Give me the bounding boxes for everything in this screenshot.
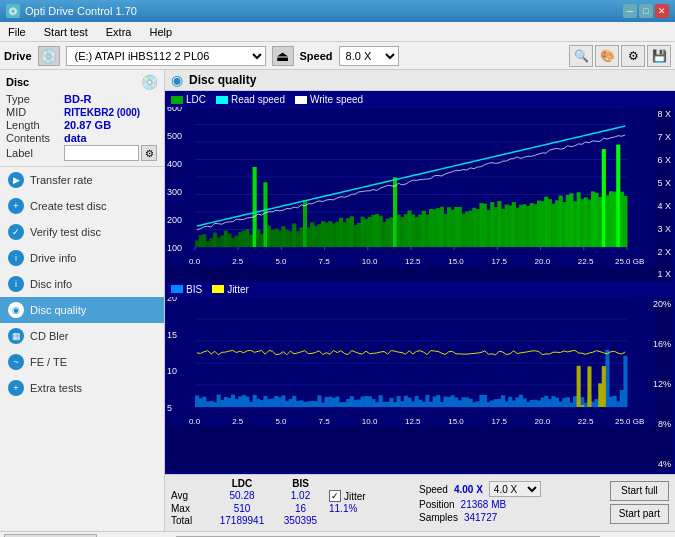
jitter-checkbox[interactable]: ✓ bbox=[329, 490, 341, 502]
legend-bottom: BIS Jitter bbox=[167, 283, 673, 296]
nav-disc-info[interactable]: i Disc info bbox=[0, 271, 164, 297]
main-layout: Disc 💿 Type BD-R MID RITEKBR2 (000) Leng… bbox=[0, 70, 675, 531]
nav-menu: ▶ Transfer rate + Create test disc ✓ Ver… bbox=[0, 167, 164, 401]
avg-ldc: 50.28 bbox=[212, 490, 272, 502]
samples-label: Samples bbox=[419, 512, 458, 523]
quality-header: ◉ Disc quality bbox=[165, 70, 675, 91]
max-ldc: 510 bbox=[212, 503, 272, 514]
start-full-button[interactable]: Start full bbox=[610, 481, 669, 501]
mid-label: MID bbox=[6, 106, 64, 118]
menu-help[interactable]: Help bbox=[145, 25, 176, 39]
chart-ldc: 8 X 7 X 6 X 5 X 4 X 3 X 2 X 1 X bbox=[167, 107, 673, 282]
ldc-header: LDC bbox=[212, 478, 272, 489]
position-label: Position bbox=[419, 499, 455, 510]
jitter-label: Jitter bbox=[344, 491, 366, 502]
create-test-disc-icon: + bbox=[8, 198, 24, 214]
statusbar: Status window >> Test completed 100.0% 2… bbox=[0, 531, 675, 537]
stats-table: LDC BIS Avg 50.28 1.02 ✓ Jitter Max 510 … bbox=[171, 478, 399, 526]
drive-info-icon: i bbox=[8, 250, 24, 266]
position-value: 21368 MB bbox=[461, 499, 507, 510]
quality-icon: ◉ bbox=[171, 72, 183, 88]
length-label: Length bbox=[6, 119, 64, 131]
max-jitter: 11.1% bbox=[329, 503, 399, 514]
chart2-right-axis: 20% 16% 12% 8% 4% bbox=[645, 297, 673, 472]
maximize-button[interactable]: □ bbox=[639, 4, 653, 18]
label-settings-button[interactable]: ⚙ bbox=[141, 145, 157, 161]
toolbar-icon-save[interactable]: 💾 bbox=[647, 45, 671, 67]
right-panel: ◉ Disc quality LDC Read speed Write spee… bbox=[165, 70, 675, 531]
nav-drive-info[interactable]: i Drive info bbox=[0, 245, 164, 271]
contents-label: Contents bbox=[6, 132, 64, 144]
nav-transfer-rate[interactable]: ▶ Transfer rate bbox=[0, 167, 164, 193]
drive-icon: 💿 bbox=[38, 46, 60, 66]
max-bis: 16 bbox=[273, 503, 328, 514]
drivebar: Drive 💿 (E:) ATAPI iHBS112 2 PL06 ⏏ Spee… bbox=[0, 42, 675, 70]
minimize-button[interactable]: ─ bbox=[623, 4, 637, 18]
nav-verify-test-disc[interactable]: ✓ Verify test disc bbox=[0, 219, 164, 245]
samples-value: 341727 bbox=[464, 512, 497, 523]
app-title: Opti Drive Control 1.70 bbox=[25, 5, 137, 17]
extra-tests-icon: + bbox=[8, 380, 24, 396]
bis-header: BIS bbox=[273, 478, 328, 489]
nav-disc-quality-label: Disc quality bbox=[30, 304, 86, 316]
write-speed-legend-label: Write speed bbox=[310, 94, 363, 105]
speed-label: Speed bbox=[300, 50, 333, 62]
nav-fe-te[interactable]: ~ FE / TE bbox=[0, 349, 164, 375]
contents-value: data bbox=[64, 132, 87, 144]
drive-label: Drive bbox=[4, 50, 32, 62]
drive-select[interactable]: (E:) ATAPI iHBS112 2 PL06 bbox=[66, 46, 266, 66]
nav-create-test-disc-label: Create test disc bbox=[30, 200, 106, 212]
speed-value-stat: 4.00 X bbox=[454, 484, 483, 495]
nav-disc-info-label: Disc info bbox=[30, 278, 72, 290]
speed-label-stat: Speed bbox=[419, 484, 448, 495]
eject-button[interactable]: ⏏ bbox=[272, 46, 294, 66]
fe-te-icon: ~ bbox=[8, 354, 24, 370]
jitter-legend-color bbox=[212, 285, 224, 293]
read-speed-legend-color bbox=[216, 96, 228, 104]
menu-start-test[interactable]: Start test bbox=[40, 25, 92, 39]
ldc-legend-color bbox=[171, 96, 183, 104]
toolbar-icon-2[interactable]: 🎨 bbox=[595, 45, 619, 67]
legend-top: LDC Read speed Write speed bbox=[167, 93, 673, 106]
max-label: Max bbox=[171, 503, 211, 514]
close-button[interactable]: ✕ bbox=[655, 4, 669, 18]
start-part-button[interactable]: Start part bbox=[610, 504, 669, 524]
speed-select[interactable]: 8.0 X bbox=[339, 46, 399, 66]
nav-transfer-rate-label: Transfer rate bbox=[30, 174, 93, 186]
total-ldc: 17189941 bbox=[212, 515, 272, 526]
jitter-legend-label: Jitter bbox=[227, 284, 249, 295]
start-buttons: Start full Start part bbox=[610, 481, 669, 524]
disc-section: Disc 💿 Type BD-R MID RITEKBR2 (000) Leng… bbox=[0, 70, 164, 167]
nav-disc-quality[interactable]: ◉ Disc quality bbox=[0, 297, 164, 323]
nav-extra-tests-label: Extra tests bbox=[30, 382, 82, 394]
label-input[interactable] bbox=[64, 145, 139, 161]
avg-bis: 1.02 bbox=[273, 490, 328, 502]
verify-test-disc-icon: ✓ bbox=[8, 224, 24, 240]
titlebar: 💿 Opti Drive Control 1.70 ─ □ ✕ bbox=[0, 0, 675, 22]
read-speed-legend-label: Read speed bbox=[231, 94, 285, 105]
toolbar-icon-1[interactable]: 🔍 bbox=[569, 45, 593, 67]
total-label: Total bbox=[171, 515, 211, 526]
disc-eject-icon[interactable]: 💿 bbox=[141, 74, 158, 90]
nav-drive-info-label: Drive info bbox=[30, 252, 76, 264]
total-bis: 350395 bbox=[273, 515, 328, 526]
bottom-stats: LDC BIS Avg 50.28 1.02 ✓ Jitter Max 510 … bbox=[165, 474, 675, 531]
status-window-button[interactable]: Status window >> bbox=[4, 534, 97, 538]
disc-info-icon: i bbox=[8, 276, 24, 292]
toolbar-icon-3[interactable]: ⚙ bbox=[621, 45, 645, 67]
nav-extra-tests[interactable]: + Extra tests bbox=[0, 375, 164, 401]
length-value: 20.87 GB bbox=[64, 119, 111, 131]
cd-bler-icon: ▦ bbox=[8, 328, 24, 344]
nav-create-test-disc[interactable]: + Create test disc bbox=[0, 193, 164, 219]
quality-title: Disc quality bbox=[189, 73, 256, 87]
speed-select-stat[interactable]: 4.0 X bbox=[489, 481, 541, 497]
menu-extra[interactable]: Extra bbox=[102, 25, 136, 39]
menu-file[interactable]: File bbox=[4, 25, 30, 39]
label-label: Label bbox=[6, 147, 64, 159]
write-speed-legend-color bbox=[295, 96, 307, 104]
nav-cd-bler[interactable]: ▦ CD Bler bbox=[0, 323, 164, 349]
speed-info: Speed 4.00 X 4.0 X Position 21368 MB Sam… bbox=[419, 481, 541, 523]
menubar: File Start test Extra Help bbox=[0, 22, 675, 42]
nav-verify-test-disc-label: Verify test disc bbox=[30, 226, 101, 238]
type-value: BD-R bbox=[64, 93, 92, 105]
